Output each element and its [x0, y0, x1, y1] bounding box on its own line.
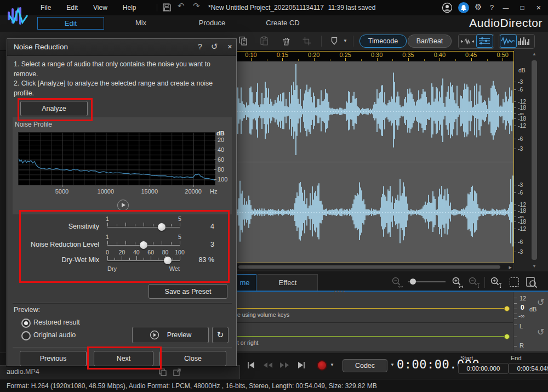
- mixer-view-toggle-icon[interactable]: [476, 35, 493, 48]
- close-dialog-button[interactable]: Close: [159, 351, 226, 366]
- meter-tick: [514, 101, 516, 102]
- rewind-button[interactable]: [262, 360, 274, 372]
- volume-envelope-point[interactable]: [504, 306, 510, 311]
- slider-track-0[interactable]: [107, 227, 180, 228]
- hscroll-handle[interactable]: [238, 265, 500, 269]
- waveform-channel-1[interactable]: [237, 61, 513, 162]
- volume-scale-unit: dB: [529, 306, 536, 313]
- help-icon[interactable]: ?: [490, 3, 494, 12]
- account-icon[interactable]: [442, 2, 453, 15]
- profile-play-button[interactable]: [117, 200, 129, 211]
- volume-reset-icon[interactable]: ↺: [537, 297, 544, 308]
- slider-handle-0[interactable]: [158, 223, 165, 231]
- vscroll-handle[interactable]: [532, 60, 537, 260]
- slider-wet-label: Wet: [163, 265, 180, 272]
- tab-produce[interactable]: Produce: [199, 19, 225, 27]
- meter-tick: [514, 139, 516, 139]
- undo-icon[interactable]: ↶: [178, 1, 185, 11]
- waveform-view-toggle-icon[interactable]: [500, 35, 517, 48]
- save-as-preset-button[interactable]: Save as Preset: [149, 284, 227, 299]
- slider-handle-2[interactable]: [164, 257, 172, 264]
- zoom-slider-handle[interactable]: [410, 279, 416, 285]
- radio-original-audio[interactable]: [21, 331, 31, 340]
- wave-fit-toggle-icon[interactable]: [460, 36, 475, 49]
- start-time-field[interactable]: 0:00:00.000: [458, 363, 509, 374]
- zoom-in-vertical-icon[interactable]: [489, 276, 503, 289]
- meter-label: -18: [518, 218, 526, 225]
- menu-edit[interactable]: Edit: [59, 0, 85, 15]
- record-dropdown-icon[interactable]: ▼: [330, 362, 334, 367]
- analyze-button[interactable]: Analyze: [20, 101, 88, 116]
- tab-edit[interactable]: Edit: [37, 17, 104, 30]
- record-button[interactable]: [317, 360, 327, 371]
- previous-button[interactable]: Previous: [20, 351, 87, 366]
- marker-icon[interactable]: [329, 36, 340, 49]
- skip-to-start-button[interactable]: [246, 360, 256, 372]
- maximize-button[interactable]: □: [515, 0, 529, 15]
- notification-bell-icon[interactable]: [458, 2, 469, 13]
- dialog-help-icon[interactable]: ?: [198, 42, 202, 51]
- marker-dropdown-icon[interactable]: ▼: [343, 38, 347, 43]
- zoom-in-horizontal-icon[interactable]: [450, 276, 465, 289]
- meter-label: -3: [518, 181, 523, 188]
- menu-view[interactable]: View: [85, 0, 115, 15]
- paste-icon[interactable]: [259, 36, 270, 49]
- delete-trash-icon[interactable]: [281, 36, 292, 49]
- horizontal-scrollbar[interactable]: ▶: [237, 264, 514, 270]
- spectral-view-toggle-icon[interactable]: [517, 36, 532, 49]
- meter-label: -6: [518, 189, 523, 196]
- volume-scale-min: -∞: [518, 313, 525, 319]
- redo-icon[interactable]: ↷: [193, 1, 200, 11]
- preview-button[interactable]: Preview: [132, 327, 209, 343]
- minimize-button[interactable]: —: [499, 0, 513, 15]
- timecode-button[interactable]: Timecode: [359, 35, 407, 48]
- preview-loop-button[interactable]: ↻: [212, 327, 229, 343]
- project-title-text: *New Untitled Project_20220511134117: [208, 4, 324, 12]
- volume-scale-current: 0: [521, 304, 524, 311]
- tab-effect[interactable]: Effect: [258, 274, 318, 291]
- fast-forward-button[interactable]: [278, 360, 290, 372]
- save-icon[interactable]: [162, 3, 172, 14]
- slider-tick: [153, 242, 153, 245]
- codec-dropdown-icon[interactable]: ▼: [390, 362, 395, 367]
- meter-tick: [514, 82, 516, 82]
- end-label: End: [511, 355, 522, 361]
- barbeat-button[interactable]: Bar/Beat: [408, 35, 452, 48]
- radio-restored-result[interactable]: [21, 319, 31, 328]
- timeline-ruler[interactable]: 0:100:150:200:250:300:350:400:450:50: [237, 50, 514, 61]
- pan-reset-icon[interactable]: ↺: [537, 327, 544, 337]
- skip-to-end-button[interactable]: [296, 360, 307, 372]
- pan-envelope-point[interactable]: [504, 334, 510, 339]
- chart-x-label: 10000: [94, 188, 118, 195]
- tab-mix[interactable]: Mix: [135, 19, 146, 27]
- waveform-channel-2[interactable]: [237, 162, 513, 263]
- dialog-reset-icon[interactable]: ↺: [211, 42, 218, 52]
- duplicate-icon[interactable]: [158, 367, 168, 379]
- copy-icon[interactable]: [238, 36, 249, 49]
- vscroll-up-arrow-icon[interactable]: ▲: [532, 52, 536, 56]
- preview-section-label: Preview:: [14, 306, 40, 314]
- menu-help[interactable]: Help: [115, 0, 144, 15]
- close-button[interactable]: ×: [532, 0, 546, 15]
- start-label: Start: [460, 355, 473, 361]
- dialog-close-icon[interactable]: ×: [227, 42, 232, 51]
- next-button[interactable]: Next: [94, 351, 153, 366]
- volume-envelope-line[interactable]: [234, 308, 507, 309]
- end-time-field[interactable]: 0:00:54.049: [509, 363, 548, 374]
- zoom-to-selection-icon[interactable]: [510, 277, 519, 287]
- menu-file[interactable]: File: [33, 0, 59, 15]
- hscroll-right-arrow-icon[interactable]: ▶: [509, 265, 512, 270]
- chart-y-unit: dB: [216, 130, 225, 137]
- settings-gear-icon[interactable]: ⚙: [475, 2, 482, 12]
- vertical-scrollbar[interactable]: ▲ ▼: [530, 50, 539, 270]
- chart-x-label: 20000: [181, 188, 206, 195]
- crop-trim-icon[interactable]: [301, 36, 312, 49]
- preview-zoom-icon[interactable]: [525, 276, 539, 289]
- slider-handle-1[interactable]: [140, 241, 147, 249]
- pan-envelope-line[interactable]: [234, 336, 507, 337]
- tab-create-cd[interactable]: Create CD: [266, 19, 299, 27]
- vscroll-down-arrow-icon[interactable]: ▼: [532, 264, 536, 269]
- app-name: AudioDirector: [469, 16, 543, 30]
- export-open-icon[interactable]: [172, 367, 182, 379]
- codec-button[interactable]: Codec: [342, 359, 387, 372]
